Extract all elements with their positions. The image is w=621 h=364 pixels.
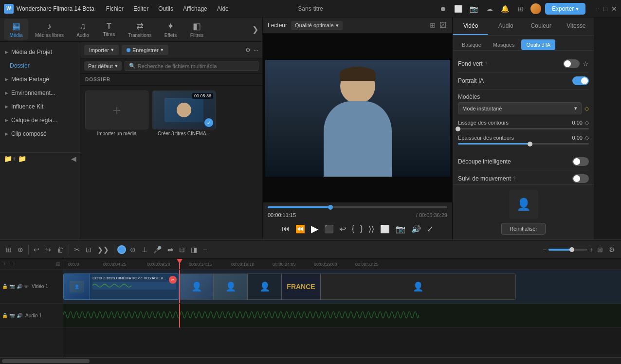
undo-button[interactable]: ↩: [32, 245, 41, 255]
minus-button[interactable]: −: [201, 245, 209, 255]
tab-filtres[interactable]: ◧ Filtres: [184, 19, 209, 40]
tab-media[interactable]: ▦ Média: [4, 19, 28, 40]
more-options-icon[interactable]: ···: [254, 47, 258, 54]
tab-effets[interactable]: ✦ Effets: [158, 19, 183, 40]
sidebar-collapse-icon[interactable]: ◀: [71, 155, 76, 163]
play-button[interactable]: ▶: [310, 222, 319, 236]
sidebar-item-media-partage[interactable]: ▶ Média Partagé: [0, 73, 80, 86]
fullscreen-button[interactable]: ⤢: [426, 223, 434, 235]
mark-out-button[interactable]: }: [359, 223, 364, 234]
progress-bar[interactable]: [268, 206, 447, 208]
sidebar-item-calque[interactable]: ▶ Calque de régla...: [0, 114, 80, 127]
layout-button[interactable]: ⊞: [595, 245, 605, 255]
video-source-icon[interactable]: 📷: [9, 284, 15, 289]
mic-button[interactable]: 🎤: [151, 245, 164, 255]
loop-button[interactable]: ↩: [339, 223, 347, 235]
more-btns[interactable]: ❯❯: [95, 245, 111, 255]
export-button[interactable]: Exporter ▾: [545, 3, 585, 15]
record-timeline-button[interactable]: [117, 245, 126, 254]
tab-video[interactable]: Vidéo: [453, 18, 488, 35]
video-eye-icon[interactable]: 👁: [24, 284, 29, 289]
audio-track-row[interactable]: [63, 304, 621, 328]
apps-icon[interactable]: ⊞: [515, 3, 527, 15]
lissage-handle[interactable]: [456, 127, 460, 131]
redo-button[interactable]: ↪: [43, 245, 53, 255]
fond-vert-toggle[interactable]: [563, 59, 580, 68]
split-button[interactable]: ⟩⟩: [367, 223, 375, 235]
add-audio-track-icon[interactable]: +: [8, 261, 11, 267]
timeline-scrollbar[interactable]: [0, 357, 621, 364]
subtab-masques[interactable]: Masques: [488, 39, 520, 50]
screen-capture-button[interactable]: ⬜: [379, 223, 391, 235]
maximize-button[interactable]: □: [603, 5, 607, 13]
menu-fichier[interactable]: Fichier: [102, 3, 128, 14]
lissage-slider[interactable]: [458, 128, 589, 129]
stop-button[interactable]: ⬛: [323, 223, 335, 235]
sort-button[interactable]: Par défaut ▾: [84, 61, 122, 71]
modeles-dropdown[interactable]: Mode instantané ▾: [458, 102, 582, 114]
lissage-diamond-icon[interactable]: ◇: [584, 119, 589, 126]
sidebar-folder-icon[interactable]: 📁: [18, 155, 26, 163]
add-text-track-icon[interactable]: +: [13, 261, 16, 267]
timeline-ruler[interactable]: 00:00 00:00:04:25 00:00:09:20 00:00:14:1…: [63, 259, 621, 270]
clip-speed-button[interactable]: ⊟: [177, 245, 187, 255]
import-button[interactable]: Importer ▾: [84, 45, 119, 55]
cloud-icon[interactable]: ☁: [484, 3, 495, 15]
add-track-button[interactable]: ⊞: [4, 245, 14, 255]
search-box[interactable]: 🔍: [125, 61, 258, 71]
minimize-button[interactable]: −: [595, 5, 599, 13]
crop-button[interactable]: ⊡: [84, 245, 93, 255]
timeline-icon[interactable]: ⊞: [56, 261, 60, 267]
mark-in-button[interactable]: {: [351, 223, 355, 234]
search-input[interactable]: [138, 63, 254, 69]
tab-audio[interactable]: Audio: [488, 18, 523, 35]
media-thumb-clip[interactable]: 00:05:36 ✓: [152, 91, 216, 129]
step-back-button[interactable]: ⏪: [294, 223, 306, 235]
tab-vitesse[interactable]: Vitesse: [559, 18, 594, 35]
suivi-info-icon[interactable]: ?: [513, 176, 516, 182]
split-audio-button[interactable]: ⊥: [140, 245, 149, 255]
epaisseur-handle[interactable]: [528, 142, 532, 146]
modeles-diamond-icon[interactable]: ◇: [584, 105, 589, 112]
sidebar-item-dossier[interactable]: Dossier: [0, 59, 80, 72]
color-match-button[interactable]: ◨: [189, 245, 199, 255]
fond-vert-info-icon[interactable]: ?: [485, 61, 488, 67]
clip-a-scissors[interactable]: ✂: [169, 276, 177, 284]
sidebar-item-clip-compose[interactable]: ▶ Clip composé: [0, 127, 80, 140]
sidebar-item-media-projet[interactable]: ▶ Média de Projet: [0, 46, 80, 58]
progress-handle[interactable]: [328, 205, 333, 210]
media-item-add[interactable]: ＋ Importer un média: [85, 91, 148, 235]
skip-back-button[interactable]: ⏮: [281, 223, 291, 234]
media-thumb-add[interactable]: ＋: [85, 91, 148, 129]
reset-button[interactable]: Réinitialiser: [501, 223, 546, 235]
suivi-toggle[interactable]: [572, 174, 589, 183]
record-button[interactable]: Enregistrer ▾: [122, 45, 168, 55]
audio-lock-icon[interactable]: 🔒: [2, 313, 8, 318]
screen-icon[interactable]: ⬜: [453, 3, 464, 15]
snap-button[interactable]: ⊙: [128, 245, 138, 255]
tab-transitions[interactable]: ⇄ Transitions: [123, 19, 157, 40]
audio-source-icon[interactable]: 📷: [9, 313, 15, 318]
tab-couleur[interactable]: Couleur: [524, 18, 559, 35]
grid-view-button[interactable]: ⊞: [429, 20, 437, 30]
menu-outils[interactable]: Outils: [154, 3, 177, 14]
text-motion-button[interactable]: ⇌: [165, 245, 175, 255]
menu-affichage[interactable]: Affichage: [179, 3, 211, 14]
video-lock-icon[interactable]: 🔒: [2, 284, 8, 289]
video-speaker-icon[interactable]: 🔊: [17, 284, 22, 289]
scroll-thumb[interactable]: [2, 359, 90, 363]
record-icon[interactable]: ⏺: [437, 3, 449, 15]
epaisseur-slider[interactable]: [458, 143, 589, 145]
add-video-track-icon[interactable]: +: [3, 261, 6, 267]
tab-medias-libres[interactable]: ♪ Médias libres: [30, 19, 69, 40]
tab-titres[interactable]: T Titres: [97, 20, 121, 39]
sidebar-item-influence-kit[interactable]: ▶ Influence Kit: [0, 100, 80, 113]
cut-button[interactable]: ✂: [72, 245, 82, 255]
settings-timeline-button[interactable]: ⚙: [607, 245, 617, 255]
snapshot-button[interactable]: 📷: [395, 223, 406, 235]
delete-button[interactable]: 🗑: [55, 245, 66, 255]
clip-a[interactable]: 👤 Créer 3 titres CINÉMATIC de VOYAGE a..…: [63, 273, 179, 300]
audio-speaker-icon[interactable]: 🔊: [17, 313, 22, 318]
playhead-ruler[interactable]: [179, 259, 180, 269]
menu-editer[interactable]: Editer: [129, 3, 152, 14]
